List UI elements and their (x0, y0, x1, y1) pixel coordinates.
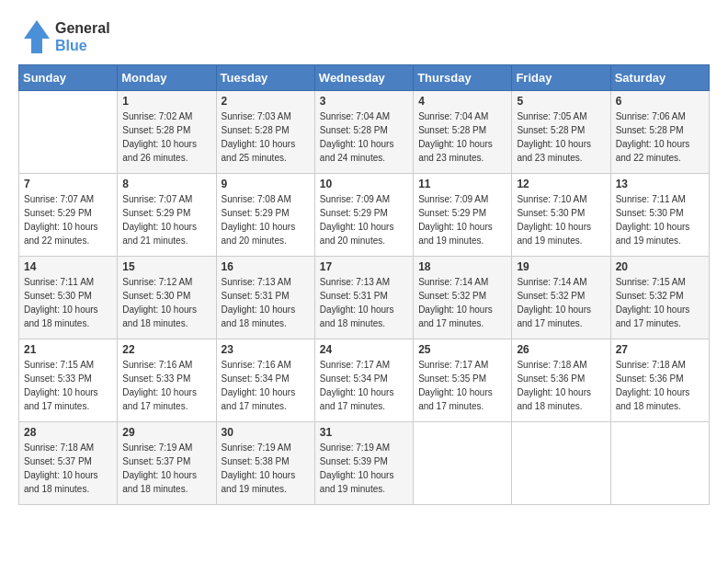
calendar-cell: 3Sunrise: 7:04 AM Sunset: 5:28 PM Daylig… (314, 91, 413, 174)
calendar-cell: 24Sunrise: 7:17 AM Sunset: 5:34 PM Dayli… (314, 339, 413, 422)
calendar-cell (610, 422, 709, 505)
page-header: General Blue (18, 18, 710, 55)
calendar-cell (414, 422, 512, 505)
day-number: 20 (616, 260, 704, 273)
day-number: 10 (320, 178, 408, 190)
day-number: 17 (320, 260, 408, 273)
day-info: Sunrise: 7:06 AM Sunset: 5:28 PM Dayligh… (616, 109, 704, 165)
calendar-cell: 27Sunrise: 7:18 AM Sunset: 5:36 PM Dayli… (610, 339, 709, 422)
calendar-cell: 16Sunrise: 7:13 AM Sunset: 5:31 PM Dayli… (216, 257, 314, 339)
calendar-cell (19, 91, 118, 174)
day-number: 21 (24, 343, 112, 356)
calendar-cell: 19Sunrise: 7:14 AM Sunset: 5:32 PM Dayli… (512, 257, 610, 339)
weekday-header: Saturday (610, 65, 709, 91)
day-info: Sunrise: 7:16 AM Sunset: 5:34 PM Dayligh… (222, 358, 310, 413)
day-number: 5 (517, 95, 605, 108)
day-number: 3 (320, 95, 408, 108)
calendar-table: SundayMondayTuesdayWednesdayThursdayFrid… (18, 64, 710, 505)
day-info: Sunrise: 7:04 AM Sunset: 5:28 PM Dayligh… (418, 109, 506, 165)
calendar-cell: 6Sunrise: 7:06 AM Sunset: 5:28 PM Daylig… (610, 91, 709, 174)
calendar-cell: 1Sunrise: 7:02 AM Sunset: 5:28 PM Daylig… (118, 91, 216, 174)
calendar-body: 1Sunrise: 7:02 AM Sunset: 5:28 PM Daylig… (19, 91, 710, 505)
calendar-week-row: 14Sunrise: 7:11 AM Sunset: 5:30 PM Dayli… (19, 257, 710, 339)
day-number: 24 (320, 343, 408, 356)
day-info: Sunrise: 7:10 AM Sunset: 5:30 PM Dayligh… (517, 192, 605, 247)
day-info: Sunrise: 7:12 AM Sunset: 5:30 PM Dayligh… (122, 275, 210, 330)
day-info: Sunrise: 7:18 AM Sunset: 5:36 PM Dayligh… (616, 358, 704, 413)
calendar-cell: 31Sunrise: 7:19 AM Sunset: 5:39 PM Dayli… (314, 422, 413, 505)
logo-general: General (55, 19, 110, 37)
day-info: Sunrise: 7:04 AM Sunset: 5:28 PM Dayligh… (320, 109, 408, 165)
day-number: 22 (122, 343, 210, 356)
calendar-cell: 21Sunrise: 7:15 AM Sunset: 5:33 PM Dayli… (19, 339, 118, 422)
weekday-header: Friday (512, 65, 610, 91)
calendar-cell: 12Sunrise: 7:10 AM Sunset: 5:30 PM Dayli… (512, 174, 610, 257)
weekday-header: Tuesday (216, 65, 314, 91)
calendar-cell: 13Sunrise: 7:11 AM Sunset: 5:30 PM Dayli… (610, 174, 709, 257)
day-info: Sunrise: 7:17 AM Sunset: 5:34 PM Dayligh… (320, 358, 408, 413)
day-info: Sunrise: 7:02 AM Sunset: 5:28 PM Dayligh… (122, 109, 210, 165)
calendar-cell: 8Sunrise: 7:07 AM Sunset: 5:29 PM Daylig… (118, 174, 216, 257)
logo-bird-icon (18, 18, 50, 55)
day-info: Sunrise: 7:15 AM Sunset: 5:33 PM Dayligh… (24, 358, 112, 413)
calendar-cell: 20Sunrise: 7:15 AM Sunset: 5:32 PM Dayli… (610, 257, 709, 339)
day-info: Sunrise: 7:11 AM Sunset: 5:30 PM Dayligh… (24, 275, 112, 330)
day-number: 30 (222, 426, 310, 439)
day-info: Sunrise: 7:05 AM Sunset: 5:28 PM Dayligh… (517, 109, 605, 165)
day-info: Sunrise: 7:19 AM Sunset: 5:37 PM Dayligh… (122, 441, 210, 496)
logo: General Blue (18, 18, 110, 55)
calendar-cell: 4Sunrise: 7:04 AM Sunset: 5:28 PM Daylig… (414, 91, 512, 174)
calendar-week-row: 21Sunrise: 7:15 AM Sunset: 5:33 PM Dayli… (19, 339, 710, 422)
calendar-cell: 7Sunrise: 7:07 AM Sunset: 5:29 PM Daylig… (19, 174, 118, 257)
logo-container: General Blue (18, 18, 110, 55)
day-info: Sunrise: 7:14 AM Sunset: 5:32 PM Dayligh… (418, 275, 506, 330)
day-info: Sunrise: 7:07 AM Sunset: 5:29 PM Dayligh… (122, 192, 210, 247)
calendar-cell: 11Sunrise: 7:09 AM Sunset: 5:29 PM Dayli… (414, 174, 512, 257)
calendar-cell: 9Sunrise: 7:08 AM Sunset: 5:29 PM Daylig… (216, 174, 314, 257)
day-number: 16 (222, 260, 310, 273)
day-info: Sunrise: 7:13 AM Sunset: 5:31 PM Dayligh… (222, 275, 310, 330)
day-number: 7 (24, 178, 112, 190)
calendar-cell: 5Sunrise: 7:05 AM Sunset: 5:28 PM Daylig… (512, 91, 610, 174)
day-info: Sunrise: 7:09 AM Sunset: 5:29 PM Dayligh… (320, 192, 408, 247)
day-info: Sunrise: 7:13 AM Sunset: 5:31 PM Dayligh… (320, 275, 408, 330)
calendar-week-row: 7Sunrise: 7:07 AM Sunset: 5:29 PM Daylig… (19, 174, 710, 257)
svg-marker-0 (24, 20, 50, 53)
day-number: 9 (222, 178, 310, 190)
logo-blue: Blue (55, 37, 110, 54)
calendar-cell (512, 422, 610, 505)
calendar-cell: 17Sunrise: 7:13 AM Sunset: 5:31 PM Dayli… (314, 257, 413, 339)
day-number: 25 (418, 343, 506, 356)
calendar-cell: 23Sunrise: 7:16 AM Sunset: 5:34 PM Dayli… (216, 339, 314, 422)
day-info: Sunrise: 7:03 AM Sunset: 5:28 PM Dayligh… (222, 109, 310, 165)
day-number: 29 (122, 426, 210, 439)
day-number: 26 (517, 343, 605, 356)
day-number: 8 (122, 178, 210, 190)
day-number: 28 (24, 426, 112, 439)
day-info: Sunrise: 7:19 AM Sunset: 5:38 PM Dayligh… (222, 441, 310, 496)
calendar-header-row: SundayMondayTuesdayWednesdayThursdayFrid… (19, 65, 710, 91)
day-info: Sunrise: 7:17 AM Sunset: 5:35 PM Dayligh… (418, 358, 506, 413)
weekday-header: Sunday (19, 65, 118, 91)
day-info: Sunrise: 7:15 AM Sunset: 5:32 PM Dayligh… (616, 275, 704, 330)
day-number: 27 (616, 343, 704, 356)
day-info: Sunrise: 7:19 AM Sunset: 5:39 PM Dayligh… (320, 441, 408, 496)
day-number: 15 (122, 260, 210, 273)
calendar-cell: 28Sunrise: 7:18 AM Sunset: 5:37 PM Dayli… (19, 422, 118, 505)
day-number: 18 (418, 260, 506, 273)
weekday-header: Thursday (414, 65, 512, 91)
calendar-cell: 25Sunrise: 7:17 AM Sunset: 5:35 PM Dayli… (414, 339, 512, 422)
day-info: Sunrise: 7:09 AM Sunset: 5:29 PM Dayligh… (418, 192, 506, 247)
calendar-cell: 2Sunrise: 7:03 AM Sunset: 5:28 PM Daylig… (216, 91, 314, 174)
calendar-cell: 15Sunrise: 7:12 AM Sunset: 5:30 PM Dayli… (118, 257, 216, 339)
day-number: 31 (320, 426, 408, 439)
day-number: 19 (517, 260, 605, 273)
day-info: Sunrise: 7:18 AM Sunset: 5:36 PM Dayligh… (517, 358, 605, 413)
day-number: 23 (222, 343, 310, 356)
calendar-cell: 26Sunrise: 7:18 AM Sunset: 5:36 PM Dayli… (512, 339, 610, 422)
calendar-week-row: 28Sunrise: 7:18 AM Sunset: 5:37 PM Dayli… (19, 422, 710, 505)
weekday-header: Wednesday (314, 65, 413, 91)
day-number: 4 (418, 95, 506, 108)
day-number: 1 (122, 95, 210, 108)
calendar-cell: 10Sunrise: 7:09 AM Sunset: 5:29 PM Dayli… (314, 174, 413, 257)
